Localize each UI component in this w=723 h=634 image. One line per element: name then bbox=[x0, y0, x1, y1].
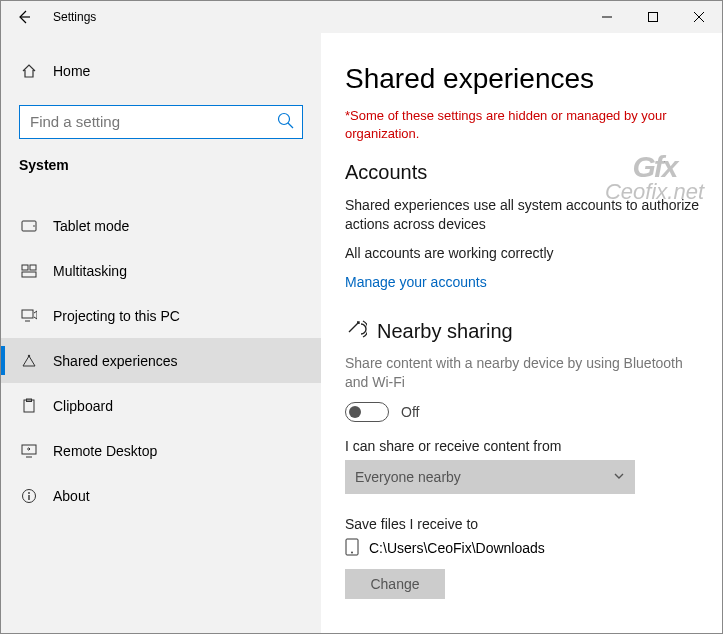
close-icon bbox=[694, 12, 704, 22]
content-pane: Shared experiences *Some of these settin… bbox=[321, 33, 722, 633]
search-input[interactable] bbox=[19, 105, 303, 139]
close-button[interactable] bbox=[676, 1, 722, 33]
clipboard-icon bbox=[19, 398, 39, 414]
sidebar-item-label: Multitasking bbox=[39, 263, 127, 279]
share-from-label: I can share or receive content from bbox=[345, 438, 704, 454]
titlebar: Settings bbox=[1, 1, 722, 33]
sidebar-item-projecting[interactable]: Projecting to this PC bbox=[1, 293, 321, 338]
sidebar-item-label: Tablet mode bbox=[39, 218, 129, 234]
manage-accounts-link[interactable]: Manage your accounts bbox=[345, 274, 487, 290]
device-icon bbox=[345, 538, 359, 559]
svg-point-4 bbox=[279, 114, 290, 125]
sidebar: Home System Tablet mode Multitasking Pro… bbox=[1, 33, 321, 633]
window-title: Settings bbox=[47, 10, 96, 24]
page-title: Shared experiences bbox=[345, 63, 704, 95]
svg-rect-1 bbox=[649, 13, 658, 22]
save-to-path: C:\Users\CeoFix\Downloads bbox=[369, 540, 545, 556]
sidebar-item-tablet-mode[interactable]: Tablet mode bbox=[1, 203, 321, 248]
projecting-icon bbox=[19, 308, 39, 324]
minimize-icon bbox=[602, 12, 612, 22]
share-from-select[interactable]: Everyone nearby bbox=[345, 460, 635, 494]
nav-list: Tablet mode Multitasking Projecting to t… bbox=[1, 203, 321, 518]
back-button[interactable] bbox=[1, 1, 47, 33]
svg-rect-9 bbox=[30, 265, 36, 270]
accounts-header: Accounts bbox=[345, 161, 704, 184]
save-to-path-row: C:\Users\CeoFix\Downloads bbox=[345, 538, 704, 559]
chevron-down-icon bbox=[613, 469, 625, 485]
sidebar-item-label: Remote Desktop bbox=[39, 443, 157, 459]
accounts-description: Shared experiences use all system accoun… bbox=[345, 196, 704, 234]
svg-point-14 bbox=[28, 354, 30, 356]
change-button[interactable]: Change bbox=[345, 569, 445, 599]
sidebar-item-shared-experiences[interactable]: Shared experiences bbox=[1, 338, 321, 383]
multitasking-icon bbox=[19, 263, 39, 279]
maximize-icon bbox=[648, 12, 658, 22]
svg-rect-10 bbox=[22, 272, 36, 277]
share-from-value: Everyone nearby bbox=[355, 469, 461, 485]
maximize-button[interactable] bbox=[630, 1, 676, 33]
sidebar-item-label: About bbox=[39, 488, 90, 504]
sidebar-item-label: Shared experiences bbox=[39, 353, 178, 369]
search-icon bbox=[277, 112, 295, 134]
sidebar-item-clipboard[interactable]: Clipboard bbox=[1, 383, 321, 428]
nearby-sharing-toggle[interactable] bbox=[345, 402, 389, 422]
sidebar-item-remote-desktop[interactable]: Remote Desktop bbox=[1, 428, 321, 473]
arrow-left-icon bbox=[17, 10, 31, 24]
svg-point-7 bbox=[33, 225, 35, 227]
svg-point-20 bbox=[28, 492, 30, 494]
sidebar-item-label: Clipboard bbox=[39, 398, 113, 414]
home-icon bbox=[19, 63, 39, 79]
accounts-status: All accounts are working correctly bbox=[345, 244, 704, 263]
sidebar-item-about[interactable]: About bbox=[1, 473, 321, 518]
sidebar-item-label: Projecting to this PC bbox=[39, 308, 180, 324]
svg-rect-8 bbox=[22, 265, 28, 270]
minimize-button[interactable] bbox=[584, 1, 630, 33]
svg-rect-11 bbox=[22, 310, 33, 318]
toggle-state-label: Off bbox=[401, 404, 419, 420]
nearby-sharing-description: Share content with a nearby device by us… bbox=[345, 354, 704, 392]
nearby-sharing-icon bbox=[345, 318, 367, 344]
policy-warning: *Some of these settings are hidden or ma… bbox=[345, 107, 704, 143]
save-to-label: Save files I receive to bbox=[345, 516, 704, 532]
svg-point-23 bbox=[351, 551, 353, 553]
about-icon bbox=[19, 488, 39, 504]
shared-experiences-icon bbox=[19, 353, 39, 369]
home-label: Home bbox=[39, 63, 90, 79]
tablet-icon bbox=[19, 218, 39, 234]
home-button[interactable]: Home bbox=[1, 51, 321, 91]
remote-desktop-icon bbox=[19, 443, 39, 459]
svg-line-5 bbox=[288, 123, 293, 128]
section-label: System bbox=[1, 139, 321, 179]
nearby-sharing-header: Nearby sharing bbox=[377, 320, 513, 343]
sidebar-item-multitasking[interactable]: Multitasking bbox=[1, 248, 321, 293]
